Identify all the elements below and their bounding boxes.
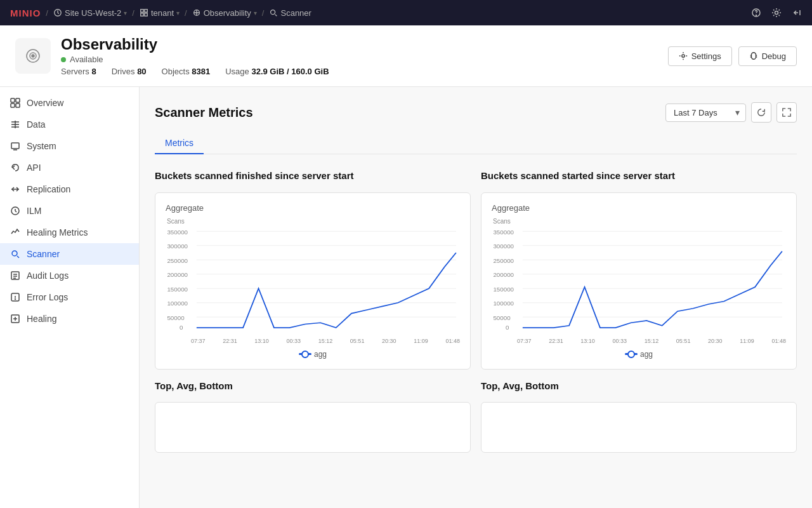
brand-logo[interactable]: MINIO [10,8,41,18]
chart1-container: Scans 350000 300000 [166,218,460,345]
svg-text:350000: 350000 [167,229,188,236]
chart2-legend-dot [625,353,638,355]
charts-grid: Buckets scanned finished since server st… [155,170,797,453]
chart2-svg: 350000 300000 250000 200000 150000 10000… [492,224,786,338]
servers-stat: Servers 8 [61,67,96,76]
page-title: Observability [61,36,329,53]
top-navigation: MINIO / Site US-West-2 ▾ / tenant ▾ / Ob… [0,0,812,25]
chart-buckets-started-section: Buckets scanned started since server sta… [481,170,797,370]
chart3-section: Top, Avg, Bottom [155,380,471,453]
svg-text:250000: 250000 [167,257,188,264]
sidebar: Overview Data System API Replication ILM… [0,87,140,508]
debug-button[interactable]: Debug [738,46,797,66]
settings-button[interactable]: Settings [668,46,732,66]
svg-text:300000: 300000 [493,243,514,250]
main-content: Scanner Metrics Last 7 Days Last 24 Hour… [140,87,812,508]
svg-rect-3 [141,13,143,16]
svg-point-21 [15,299,16,300]
svg-text:0: 0 [506,324,509,331]
status-indicator [61,57,66,62]
drives-stat: Drives 80 [112,67,147,76]
header-text: Observability Available Servers 8 Drives… [61,36,329,76]
objects-stat: Objects 8381 [162,67,211,76]
svg-rect-14 [16,98,20,102]
page-header: Observability Available Servers 8 Drives… [0,25,812,87]
content-controls: Last 7 Days Last 24 Hours Last 1 Hour La… [665,102,797,123]
svg-point-11 [32,55,34,57]
sidebar-item-error-logs[interactable]: Error Logs [0,286,139,308]
refresh-button[interactable] [751,102,771,123]
sidebar-item-scanner[interactable]: Scanner [0,243,139,265]
svg-text:250000: 250000 [493,257,514,264]
status-label: Available [70,55,103,64]
svg-rect-16 [16,104,20,107]
breadcrumb-observability[interactable]: Observability ▾ [192,8,257,18]
sidebar-item-healing-metrics[interactable]: Healing Metrics [0,222,139,243]
breadcrumb-site[interactable]: Site US-West-2 ▾ [53,8,127,18]
svg-text:100000: 100000 [167,300,188,307]
chart1-svg: 350000 300000 250000 200000 150000 10000… [166,224,460,338]
metrics-tabs: Metrics [155,133,797,154]
svg-text:0: 0 [180,324,183,331]
resource-stats: Servers 8 Drives 80 Objects 8381 Usage 3… [61,67,329,76]
breadcrumb-scanner[interactable]: Scanner [269,8,311,18]
header-actions: Settings Debug [668,46,797,66]
svg-text:200000: 200000 [493,271,514,278]
svg-point-8 [756,15,757,16]
svg-text:150000: 150000 [167,286,188,293]
breadcrumb-tenant[interactable]: tenant ▾ [140,8,180,18]
svg-text:50000: 50000 [493,314,510,321]
logout-icon[interactable] [792,8,802,18]
time-range-select[interactable]: Last 7 Days Last 24 Hours Last 1 Hour La… [665,104,746,122]
chart2-card: Aggregate Scans 350000 300000 [481,192,797,370]
top-nav-actions [751,8,802,18]
chart3-card [155,402,471,453]
svg-text:100000: 100000 [493,300,514,307]
svg-point-6 [271,10,275,15]
chart2-container: Scans 350000 300000 250000 [492,218,786,345]
sidebar-item-overview[interactable]: Overview [0,92,139,114]
chart2-legend-label: agg [640,350,653,359]
help-icon[interactable] [751,8,761,18]
svg-text:350000: 350000 [493,229,514,236]
chart2-legend: agg [492,350,786,359]
svg-rect-2 [145,10,147,12]
chart1-y-label: Scans [167,218,185,225]
chart1-aggregate: Aggregate [166,203,460,213]
chart-buckets-finished-section: Buckets scanned finished since server st… [155,170,471,370]
sidebar-item-system[interactable]: System [0,135,139,157]
content-title: Scanner Metrics [155,105,253,120]
fullscreen-button[interactable] [776,102,797,123]
svg-rect-15 [11,104,15,107]
chart2-title: Buckets scanned started since server sta… [481,170,797,182]
sidebar-item-healing[interactable]: Healing [0,308,139,330]
chart1-card: Aggregate Scans [155,192,471,370]
chart1-legend-line: agg [299,350,327,359]
svg-rect-4 [145,13,147,16]
chart4-title: Top, Avg, Bottom [481,380,797,392]
chart1-legend-label: agg [314,350,327,359]
header-info: Observability Available Servers 8 Drives… [15,36,329,76]
sidebar-item-audit-logs[interactable]: Audit Logs [0,265,139,286]
settings-icon[interactable] [771,8,782,18]
svg-point-9 [775,11,778,15]
sidebar-item-ilm[interactable]: ILM [0,200,139,222]
chart4-section: Top, Avg, Bottom [481,380,797,453]
observability-icon [15,38,51,74]
tab-metrics[interactable]: Metrics [155,133,204,154]
svg-rect-13 [11,98,15,102]
svg-rect-17 [11,143,19,149]
sidebar-item-replication[interactable]: Replication [0,178,139,200]
chart1-title: Buckets scanned finished since server st… [155,170,471,182]
time-range-selector[interactable]: Last 7 Days Last 24 Hours Last 1 Hour La… [665,104,746,122]
separator: / [46,8,48,18]
chart2-aggregate: Aggregate [492,203,786,213]
chart3-title: Top, Avg, Bottom [155,380,471,392]
sidebar-item-data[interactable]: Data [0,114,139,135]
availability-status: Available [61,55,329,64]
sidebar-item-api[interactable]: API [0,157,139,178]
chart1-legend: agg [166,350,460,359]
svg-text:150000: 150000 [493,286,514,293]
svg-point-19 [12,251,17,256]
svg-text:300000: 300000 [167,243,188,250]
